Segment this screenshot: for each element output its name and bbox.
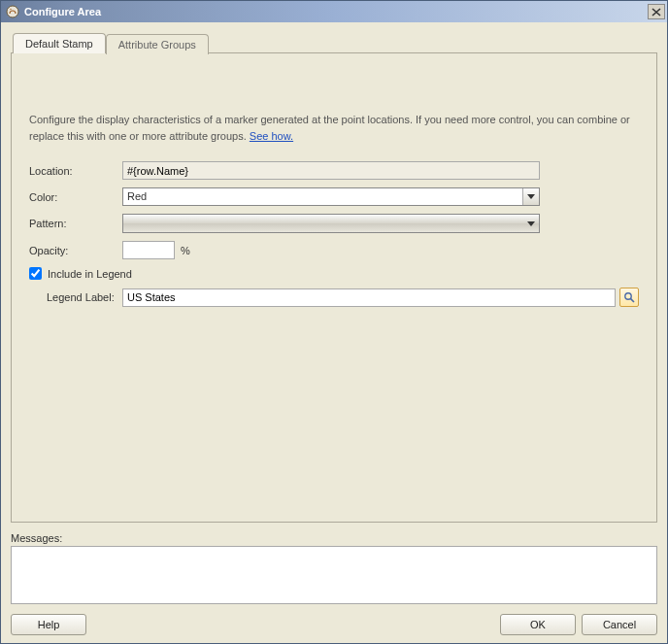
tab-panel-default-stamp: Configure the display characteristics of… — [11, 52, 657, 523]
window-title: Configure Area — [24, 6, 648, 17]
app-icon — [5, 4, 20, 19]
titlebar: Configure Area — [1, 1, 667, 22]
opacity-field[interactable] — [122, 241, 175, 259]
see-how-link[interactable]: See how. — [250, 130, 293, 142]
location-label: Location: — [29, 165, 122, 177]
tab-attribute-groups[interactable]: Attribute Groups — [106, 34, 209, 54]
svg-line-3 — [631, 299, 634, 302]
button-spacer — [92, 614, 494, 635]
opacity-label: Opacity: — [29, 245, 122, 256]
row-location: Location: — [29, 161, 639, 180]
intro-body: Configure the display characteristics of… — [29, 114, 630, 142]
row-pattern: Pattern: — [29, 214, 639, 233]
tab-row: Default Stamp Attribute Groups — [13, 32, 657, 52]
location-field[interactable] — [122, 161, 540, 180]
opacity-suffix: % — [181, 245, 190, 256]
dialog-window: Configure Area Default Stamp Attribute G… — [0, 0, 668, 644]
chevron-down-icon — [527, 194, 535, 199]
dialog-content: Default Stamp Attribute Groups Configure… — [1, 22, 667, 643]
ok-button[interactable]: OK — [500, 614, 576, 635]
color-label: Color: — [29, 191, 122, 203]
search-icon — [623, 291, 635, 303]
messages-label: Messages: — [11, 532, 657, 544]
messages-box[interactable] — [11, 546, 657, 604]
include-legend-label: Include in Legend — [48, 268, 132, 280]
legend-label-label: Legend Label: — [47, 291, 122, 303]
help-button[interactable]: Help — [11, 614, 86, 635]
chevron-down-icon — [527, 221, 535, 226]
close-button[interactable] — [648, 4, 665, 19]
button-bar: Help OK Cancel — [11, 614, 657, 635]
cancel-button[interactable]: Cancel — [582, 614, 657, 635]
row-opacity: Opacity: % — [29, 241, 639, 259]
svg-point-2 — [625, 293, 631, 299]
pattern-select[interactable] — [122, 214, 540, 233]
pattern-label: Pattern: — [29, 218, 122, 229]
pattern-dropdown-button[interactable] — [522, 215, 539, 232]
color-select[interactable]: Red — [122, 187, 540, 206]
svg-point-0 — [7, 6, 18, 17]
include-legend-checkbox[interactable] — [29, 267, 42, 280]
legend-lookup-button[interactable] — [619, 288, 639, 307]
row-legend-label: Legend Label: — [47, 288, 639, 307]
row-include-legend: Include in Legend — [29, 267, 639, 280]
svg-point-1 — [10, 9, 11, 10]
color-dropdown-button[interactable] — [522, 188, 539, 205]
row-color: Color: Red — [29, 187, 639, 206]
legend-label-field[interactable] — [122, 288, 616, 307]
color-value: Red — [123, 188, 522, 205]
intro-text: Configure the display characteristics of… — [29, 112, 639, 144]
tab-default-stamp[interactable]: Default Stamp — [13, 33, 106, 53]
pattern-value — [123, 215, 522, 232]
